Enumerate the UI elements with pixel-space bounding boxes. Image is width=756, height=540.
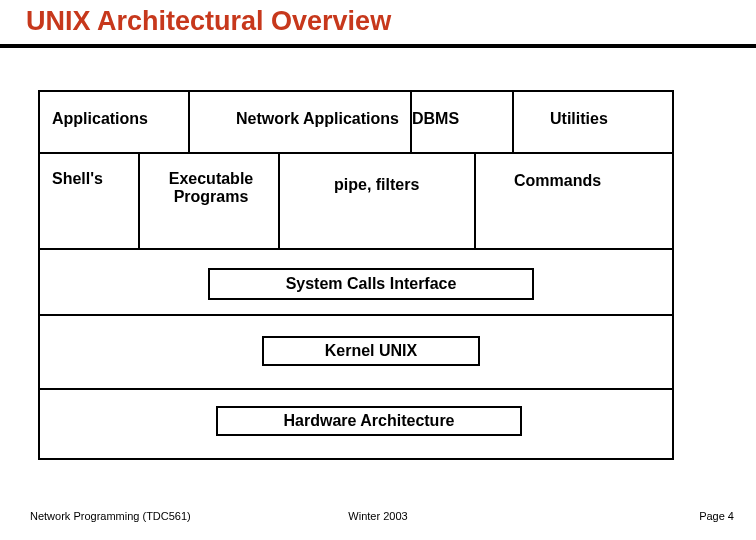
divider xyxy=(40,388,672,390)
hardware-architecture-box: Hardware Architecture xyxy=(216,406,522,436)
slide-title: UNIX Architectural Overview xyxy=(26,6,391,37)
title-divider xyxy=(0,44,756,48)
footer-center: Winter 2003 xyxy=(0,510,756,522)
divider xyxy=(512,92,514,152)
network-applications-label: Network Applications xyxy=(236,110,399,128)
divider xyxy=(40,152,672,154)
executable-programs-label: Executable Programs xyxy=(156,170,266,206)
pipe-filters-label: pipe, filters xyxy=(334,176,419,194)
system-calls-interface-label: System Calls Interface xyxy=(286,275,457,293)
kernel-box: Kernel UNIX xyxy=(262,336,480,366)
architecture-diagram: Applications Network Applications DBMS U… xyxy=(38,90,674,460)
divider xyxy=(40,314,672,316)
applications-label: Applications xyxy=(52,110,148,128)
divider xyxy=(410,92,412,152)
divider xyxy=(474,152,476,248)
shells-label: Shell's xyxy=(52,170,103,188)
footer-right: Page 4 xyxy=(699,510,734,522)
hardware-architecture-label: Hardware Architecture xyxy=(283,412,454,430)
divider xyxy=(138,152,140,248)
utilities-label: Utilities xyxy=(550,110,608,128)
commands-label: Commands xyxy=(514,172,601,190)
slide: UNIX Architectural Overview Applications… xyxy=(0,0,756,540)
system-calls-interface-box: System Calls Interface xyxy=(208,268,534,300)
divider xyxy=(40,248,672,250)
divider xyxy=(188,92,190,152)
divider xyxy=(278,152,280,248)
dbms-label: DBMS xyxy=(412,110,459,128)
kernel-label: Kernel UNIX xyxy=(325,342,417,360)
